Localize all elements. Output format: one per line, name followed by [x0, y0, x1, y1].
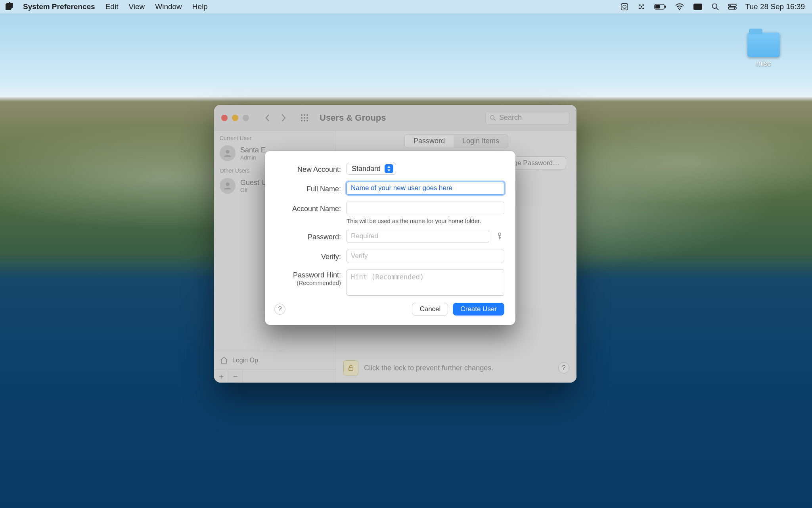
- svg-point-22: [304, 117, 305, 119]
- svg-point-17: [733, 8, 735, 9]
- account-name-label: Account Name:: [274, 203, 341, 213]
- create-user-button[interactable]: Create User: [453, 303, 504, 316]
- desktop-folder-misc[interactable]: misc: [744, 33, 783, 68]
- show-all-prefs-button[interactable]: [299, 112, 310, 123]
- minimize-window-button[interactable]: [232, 115, 238, 121]
- svg-point-2: [639, 4, 641, 6]
- screenshot-icon[interactable]: [620, 2, 629, 11]
- new-user-sheet: New Account: Standard Full Name: Account…: [265, 151, 515, 325]
- search-icon: [490, 115, 496, 121]
- svg-rect-0: [621, 4, 628, 10]
- keyboard-layout-icon[interactable]: [693, 3, 703, 10]
- svg-point-6: [642, 8, 644, 9]
- app-name[interactable]: System Preferences: [23, 2, 95, 11]
- password-hint-field[interactable]: [347, 269, 504, 296]
- close-window-button[interactable]: [221, 115, 228, 121]
- svg-point-19: [304, 114, 305, 116]
- sidebar-login-options[interactable]: Login Op: [214, 351, 336, 369]
- wifi-icon[interactable]: [675, 3, 684, 10]
- svg-point-3: [642, 4, 644, 6]
- svg-point-24: [301, 120, 303, 121]
- home-icon: [220, 356, 228, 365]
- password-field[interactable]: [347, 230, 489, 242]
- verify-field[interactable]: [347, 250, 504, 262]
- full-name-field[interactable]: [347, 182, 504, 194]
- prefs-search-field[interactable]: Search: [485, 111, 569, 125]
- help-button[interactable]: ?: [558, 362, 569, 373]
- password-assistant-icon[interactable]: [495, 232, 504, 240]
- window-titlebar: Users & Groups Search: [214, 105, 576, 131]
- desktop-folder-label: misc: [756, 60, 771, 68]
- menu-window[interactable]: Window: [155, 2, 182, 11]
- nav-forward-button[interactable]: [278, 112, 289, 124]
- new-account-type-select[interactable]: Standard: [347, 163, 396, 175]
- account-name-hint: This will be used as the name for your h…: [347, 217, 504, 224]
- svg-point-16: [729, 5, 731, 6]
- add-user-button[interactable]: ＋: [214, 370, 228, 383]
- password-label: Password:: [274, 231, 341, 241]
- avatar: [220, 178, 236, 194]
- full-name-label: Full Name:: [274, 183, 341, 193]
- remove-user-button[interactable]: −: [228, 370, 243, 383]
- app-extra-icon[interactable]: [638, 3, 645, 11]
- svg-rect-31: [349, 368, 353, 371]
- menubar-clock[interactable]: Tue 28 Sep 16:39: [745, 2, 805, 11]
- current-user-role: Admin: [240, 154, 266, 161]
- menu-edit[interactable]: Edit: [105, 2, 119, 11]
- folder-icon: [747, 33, 780, 57]
- new-account-label: New Account:: [274, 164, 341, 174]
- account-name-field[interactable]: [347, 202, 504, 214]
- nav-back-button[interactable]: [262, 112, 274, 124]
- svg-line-28: [494, 119, 496, 120]
- svg-rect-11: [693, 4, 702, 10]
- spotlight-icon[interactable]: [711, 3, 719, 11]
- svg-point-23: [306, 117, 308, 119]
- svg-point-4: [641, 6, 642, 8]
- menu-help[interactable]: Help: [192, 2, 208, 11]
- svg-point-29: [226, 150, 229, 154]
- cancel-button[interactable]: Cancel: [412, 303, 448, 316]
- window-controls: [221, 115, 249, 121]
- current-user-name: Santa E: [240, 146, 266, 154]
- svg-rect-8: [655, 5, 659, 9]
- svg-point-34: [498, 233, 501, 236]
- svg-point-25: [304, 120, 305, 121]
- avatar: [220, 145, 236, 161]
- guest-user-name: Guest U: [240, 179, 266, 187]
- window-title: Users & Groups: [320, 113, 386, 123]
- password-hint-label: Password Hint: (Recommended): [274, 269, 341, 286]
- guest-user-role: Off: [240, 187, 266, 193]
- control-center-icon[interactable]: [728, 4, 737, 10]
- users-tabbar: Password Login Items: [404, 134, 508, 148]
- svg-point-21: [301, 117, 303, 119]
- login-options-label: Login Op: [232, 357, 258, 364]
- tab-password[interactable]: Password: [405, 135, 454, 148]
- svg-point-10: [679, 9, 680, 10]
- svg-marker-33: [387, 169, 391, 171]
- lock-row: Click the lock to prevent further change…: [343, 360, 569, 375]
- battery-icon[interactable]: [654, 4, 666, 10]
- lock-icon[interactable]: [343, 360, 358, 375]
- menu-view[interactable]: View: [128, 2, 145, 11]
- sidebar-current-user-label: Current User: [214, 131, 336, 143]
- lock-text: Click the lock to prevent further change…: [364, 364, 493, 372]
- svg-point-18: [301, 114, 303, 116]
- apple-menu-icon[interactable]: [6, 2, 13, 12]
- tab-login-items[interactable]: Login Items: [454, 135, 508, 148]
- svg-point-5: [639, 8, 641, 9]
- svg-marker-32: [387, 166, 391, 168]
- search-placeholder: Search: [499, 114, 522, 122]
- svg-point-12: [712, 4, 717, 9]
- svg-point-30: [226, 183, 229, 186]
- zoom-window-button[interactable]: [243, 115, 249, 121]
- svg-point-26: [306, 120, 308, 121]
- chevron-up-down-icon: [385, 164, 393, 173]
- sheet-help-button[interactable]: ?: [274, 304, 285, 315]
- menubar: System Preferences Edit View Window Help…: [0, 0, 812, 13]
- svg-point-27: [490, 115, 494, 119]
- verify-label: Verify:: [274, 251, 341, 261]
- svg-point-20: [306, 114, 308, 116]
- svg-line-13: [716, 8, 718, 10]
- svg-point-1: [623, 5, 626, 8]
- new-account-type-value: Standard: [352, 165, 381, 173]
